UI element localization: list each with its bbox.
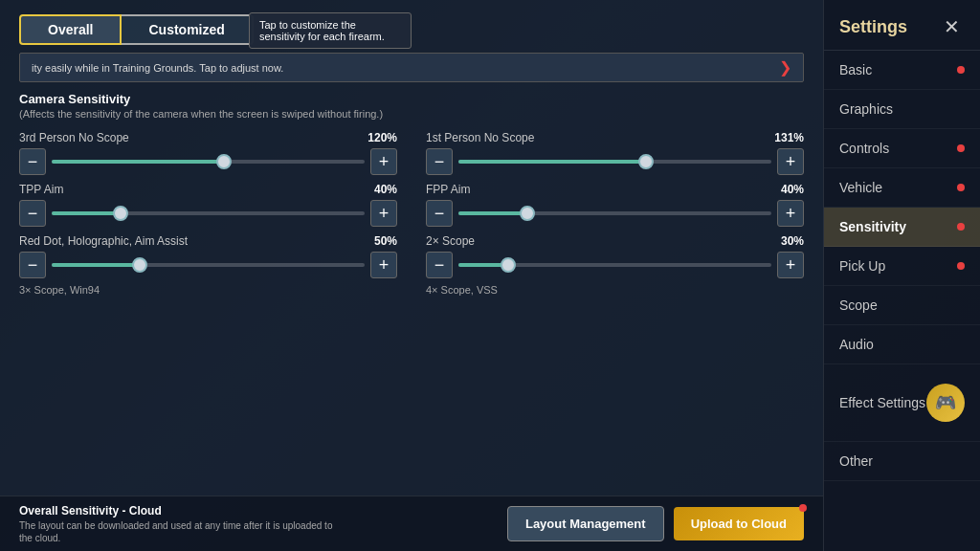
- tooltip-bubble: Tap to customize the sensitivity for eac…: [249, 12, 412, 49]
- tab-customized[interactable]: Customized: [122, 14, 253, 45]
- bottom-bar: Overall Sensitivity - Cloud The layout c…: [0, 496, 823, 551]
- slider-minus-1st[interactable]: −: [426, 148, 453, 175]
- slider-plus-fpp[interactable]: +: [777, 200, 804, 227]
- slider-label-2x: 2× Scope: [426, 234, 475, 248]
- sidebar-title: Settings: [839, 17, 907, 37]
- sidebar-dot-controls: [957, 144, 965, 152]
- sidebar-item-other[interactable]: Other: [824, 442, 980, 481]
- slider-label-1st: 1st Person No Scope: [426, 131, 534, 144]
- sidebar-dot-vehicle: [957, 184, 965, 191]
- camera-section-subtitle: (Affects the sensitivity of the camera w…: [19, 108, 804, 120]
- sidebar: Settings ✕ Basic Graphics Controls Vehic…: [823, 0, 980, 551]
- slider-plus-1st[interactable]: +: [777, 148, 804, 175]
- slider-track-tpp[interactable]: [52, 211, 365, 215]
- notice-bar: ity easily while in Training Grounds. Ta…: [19, 53, 804, 82]
- slider-value-2x: 30%: [781, 234, 804, 248]
- sidebar-item-audio[interactable]: Audio: [824, 325, 980, 364]
- upload-to-cloud-button[interactable]: Upload to Cloud: [674, 507, 804, 540]
- slider-value-red-dot: 50%: [374, 234, 397, 248]
- slider-track-1st[interactable]: [458, 160, 771, 164]
- sidebar-item-effect-settings[interactable]: Effect Settings 🎮: [824, 364, 980, 442]
- slider-3rd-person: 3rd Person No Scope 120% − +: [19, 131, 397, 175]
- slider-2x-scope: 2× Scope 30% − +: [426, 234, 804, 278]
- sidebar-header: Settings ✕: [824, 0, 980, 51]
- sidebar-dot-pickup: [957, 262, 965, 270]
- sliders-grid: 3rd Person No Scope 120% − + 1st Person …: [19, 131, 804, 278]
- sidebar-item-controls[interactable]: Controls: [824, 129, 980, 168]
- sidebar-item-sensitivity[interactable]: Sensitivity: [824, 208, 980, 247]
- sidebar-dot-basic: [957, 66, 965, 74]
- sidebar-item-pickup[interactable]: Pick Up: [824, 247, 980, 286]
- tabs-row: Overall Customized Tap to customize the …: [19, 14, 804, 45]
- slider-track-red-dot[interactable]: [52, 263, 365, 267]
- trunc-label-3x: 3× Scope, Win94: [19, 284, 397, 296]
- slider-label-fpp: FPP Aim: [426, 183, 470, 196]
- slider-track-fpp[interactable]: [458, 211, 771, 215]
- slider-plus-3rd[interactable]: +: [370, 148, 397, 175]
- slider-minus-fpp[interactable]: −: [426, 200, 453, 227]
- cloud-title: Overall Sensitivity - Cloud: [19, 504, 496, 518]
- layout-management-button[interactable]: Layout Management: [507, 506, 664, 541]
- upload-dot: [799, 504, 807, 512]
- sidebar-item-basic[interactable]: Basic: [824, 51, 980, 90]
- sidebar-avatar: 🎮: [926, 384, 965, 422]
- sidebar-item-graphics[interactable]: Graphics: [824, 90, 980, 129]
- slider-plus-2x[interactable]: +: [777, 252, 804, 278]
- slider-label-tpp: TPP Aim: [19, 183, 63, 196]
- slider-plus-red-dot[interactable]: +: [370, 252, 397, 278]
- trunc-label-4x: 4× Scope, VSS: [426, 284, 804, 296]
- truncated-labels-row: 3× Scope, Win94 4× Scope, VSS: [19, 284, 804, 296]
- slider-plus-tpp[interactable]: +: [370, 200, 397, 227]
- notice-arrow[interactable]: ❯: [779, 58, 791, 77]
- slider-value-1st: 131%: [774, 131, 804, 144]
- bottom-buttons: Layout Management Upload to Cloud: [507, 506, 804, 541]
- slider-value-tpp: 40%: [374, 183, 397, 196]
- close-button[interactable]: ✕: [938, 13, 965, 40]
- tab-overall[interactable]: Overall: [19, 14, 122, 45]
- slider-label-red-dot: Red Dot, Holographic, Aim Assist: [19, 234, 188, 248]
- cloud-desc: The layout can be downloaded and used at…: [19, 519, 496, 544]
- slider-1st-person: 1st Person No Scope 131% − +: [426, 131, 804, 175]
- slider-label-3rd: 3rd Person No Scope: [19, 131, 129, 144]
- slider-tpp-aim: TPP Aim 40% − +: [19, 183, 397, 227]
- slider-fpp-aim: FPP Aim 40% − +: [426, 183, 804, 227]
- slider-minus-3rd[interactable]: −: [19, 148, 46, 175]
- slider-minus-tpp[interactable]: −: [19, 200, 46, 227]
- main-content: Overall Customized Tap to customize the …: [0, 0, 823, 551]
- sidebar-item-scope[interactable]: Scope: [824, 286, 980, 325]
- sidebar-item-vehicle[interactable]: Vehicle: [824, 168, 980, 208]
- sidebar-dot-sensitivity: [957, 223, 965, 231]
- slider-value-fpp: 40%: [781, 183, 804, 196]
- slider-minus-2x[interactable]: −: [426, 252, 453, 278]
- cloud-info: Overall Sensitivity - Cloud The layout c…: [19, 504, 496, 544]
- notice-text: ity easily while in Training Grounds. Ta…: [32, 62, 283, 74]
- camera-section: Camera Sensitivity (Affects the sensitiv…: [19, 92, 804, 120]
- slider-track-2x[interactable]: [458, 263, 771, 267]
- slider-minus-red-dot[interactable]: −: [19, 252, 46, 278]
- camera-section-title: Camera Sensitivity: [19, 92, 804, 106]
- tooltip-text: Tap to customize the sensitivity for eac…: [259, 19, 385, 42]
- slider-red-dot: Red Dot, Holographic, Aim Assist 50% − +: [19, 234, 397, 278]
- slider-track-3rd[interactable]: [52, 160, 365, 164]
- slider-value-3rd: 120%: [368, 131, 397, 144]
